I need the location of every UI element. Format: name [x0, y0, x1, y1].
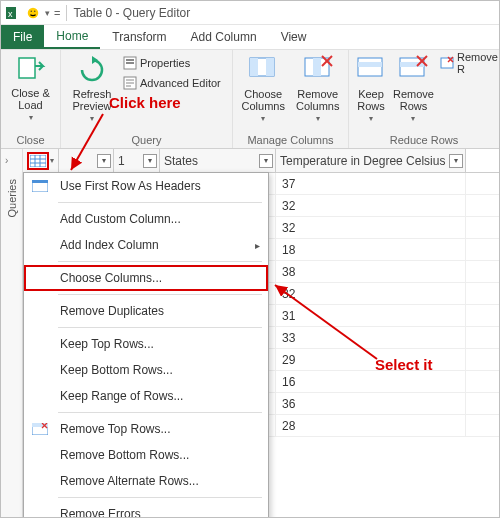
filter-dropdown-icon[interactable]: ▾: [97, 154, 111, 168]
remove-rows-button[interactable]: Remove Rows ▾: [393, 54, 434, 123]
menu-use-first-row[interactable]: Use First Row As Headers: [24, 173, 268, 199]
group-manage-columns-label: Manage Columns: [233, 134, 348, 148]
svg-point-4: [34, 10, 35, 11]
title-bar: x ▾ = Table 0 - Query Editor: [1, 1, 499, 25]
svg-rect-16: [266, 58, 274, 76]
cell-temperature[interactable]: 32: [276, 217, 466, 238]
menu-label: Remove Top Rows...: [60, 422, 171, 436]
remove-small-icon: [440, 56, 454, 70]
menu-keep-range-rows[interactable]: Keep Range of Rows...: [24, 383, 268, 409]
remove-columns-button[interactable]: Remove Columns ▾: [294, 54, 343, 123]
table-icon: [30, 155, 46, 167]
menu-label: Keep Bottom Rows...: [60, 363, 173, 377]
menu-remove-errors[interactable]: Remove Errors: [24, 501, 268, 517]
menu-keep-bottom-rows[interactable]: Keep Bottom Rows...: [24, 357, 268, 383]
tab-transform[interactable]: Transform: [100, 25, 178, 49]
choose-columns-icon: [247, 54, 279, 86]
table-header-icon: [32, 178, 48, 194]
column-header-1[interactable]: 1 ▾: [114, 149, 160, 172]
choose-columns-label: Choose Columns: [239, 88, 288, 112]
dropdown-icon: ▾: [29, 113, 33, 122]
menu-remove-duplicates[interactable]: Remove Duplicates: [24, 298, 268, 324]
group-query-label: Query: [61, 134, 232, 148]
svg-rect-22: [358, 62, 382, 67]
refresh-preview-button[interactable]: Refresh Preview ▾: [67, 54, 117, 123]
cell-temperature[interactable]: 32: [276, 195, 466, 216]
svg-rect-8: [126, 62, 134, 64]
tab-add-column[interactable]: Add Column: [179, 25, 269, 49]
expand-chevron-icon[interactable]: ›: [5, 155, 8, 166]
menu-keep-top-rows[interactable]: Keep Top Rows...: [24, 331, 268, 357]
column-header-states[interactable]: States ▾: [160, 149, 276, 172]
cell-temperature[interactable]: 37: [276, 173, 466, 194]
dropdown-icon: ▾: [90, 114, 94, 123]
app-excel-icon: x: [5, 5, 21, 21]
menu-label: Keep Range of Rows...: [60, 389, 183, 403]
cell-temperature[interactable]: 31: [276, 305, 466, 326]
svg-rect-30: [30, 155, 46, 167]
menu-label: Add Custom Column...: [60, 212, 181, 226]
remove-columns-icon: [302, 54, 334, 86]
menu-add-custom-column[interactable]: Add Custom Column...: [24, 206, 268, 232]
refresh-icon: [76, 54, 108, 86]
svg-rect-7: [126, 59, 134, 61]
tab-home[interactable]: Home: [44, 25, 100, 49]
cell-temperature[interactable]: 28: [276, 415, 466, 436]
queries-rail-label: Queries: [6, 179, 18, 218]
menu-remove-top-rows[interactable]: Remove Top Rows...: [24, 416, 268, 442]
group-reduce-rows-label: Reduce Rows: [349, 134, 499, 148]
face-icon[interactable]: [25, 5, 41, 21]
remove-rows-partial-button[interactable]: Remove R: [440, 54, 498, 72]
menu-remove-bottom-rows[interactable]: Remove Bottom Rows...: [24, 442, 268, 468]
advanced-editor-button[interactable]: Advanced Editor: [123, 74, 221, 92]
tab-file[interactable]: File: [1, 25, 44, 49]
menu-remove-alternate-rows[interactable]: Remove Alternate Rows...: [24, 468, 268, 494]
keep-rows-label: Keep Rows: [355, 88, 387, 112]
column-header-blank[interactable]: ▾: [59, 149, 114, 172]
svg-text:x: x: [8, 9, 13, 19]
cell-temperature[interactable]: 33: [276, 327, 466, 348]
ribbon: Close & Load ▾ Close Refresh Preview ▾: [1, 49, 499, 149]
svg-rect-18: [313, 58, 321, 76]
qat-dropdown-icon[interactable]: ▾: [45, 8, 50, 18]
submenu-arrow-icon: ▸: [255, 240, 260, 251]
cell-temperature[interactable]: 36: [276, 393, 466, 414]
cell-temperature[interactable]: 38: [276, 261, 466, 282]
ribbon-tabs: File Home Transform Add Column View: [1, 25, 499, 49]
close-load-label: Close & Load: [7, 88, 54, 111]
tab-view[interactable]: View: [269, 25, 319, 49]
properties-button[interactable]: Properties: [123, 54, 221, 72]
cell-temperature[interactable]: 16: [276, 371, 466, 392]
dropdown-icon: ▾: [316, 114, 320, 123]
filter-dropdown-icon[interactable]: ▾: [143, 154, 157, 168]
column-1-label: 1: [118, 154, 125, 168]
filter-dropdown-icon[interactable]: ▾: [259, 154, 273, 168]
close-load-button[interactable]: Close & Load ▾: [7, 54, 54, 122]
cell-temperature[interactable]: 18: [276, 239, 466, 260]
column-header-temperature[interactable]: Temperature in Degree Celsius ▾: [276, 149, 466, 172]
choose-columns-button[interactable]: Choose Columns ▾: [239, 54, 288, 123]
advanced-editor-label: Advanced Editor: [140, 77, 221, 89]
dropdown-icon: ▾: [261, 114, 265, 123]
separator: [66, 5, 67, 21]
menu-separator: [58, 412, 262, 413]
menu-add-index-column[interactable]: Add Index Column▸: [24, 232, 268, 258]
remove-r-label: Remove R: [457, 51, 498, 75]
cell-temperature[interactable]: 29: [276, 349, 466, 370]
menu-separator: [58, 261, 262, 262]
table-menu-button[interactable]: ▾: [23, 149, 59, 172]
queries-pane-rail[interactable]: › Queries: [1, 149, 23, 517]
remove-top-icon: [32, 421, 48, 437]
menu-label: Remove Errors: [60, 507, 141, 517]
keep-rows-button[interactable]: Keep Rows ▾: [355, 54, 387, 123]
menu-separator: [58, 202, 262, 203]
cell-temperature[interactable]: 32: [276, 283, 466, 304]
remove-columns-label: Remove Columns: [294, 88, 343, 112]
svg-rect-5: [19, 58, 35, 78]
menu-separator: [58, 327, 262, 328]
menu-choose-columns[interactable]: Choose Columns...: [24, 265, 268, 291]
menu-label: Add Index Column: [60, 238, 159, 252]
svg-rect-36: [32, 180, 48, 183]
close-load-icon: [15, 54, 47, 86]
filter-dropdown-icon[interactable]: ▾: [449, 154, 463, 168]
